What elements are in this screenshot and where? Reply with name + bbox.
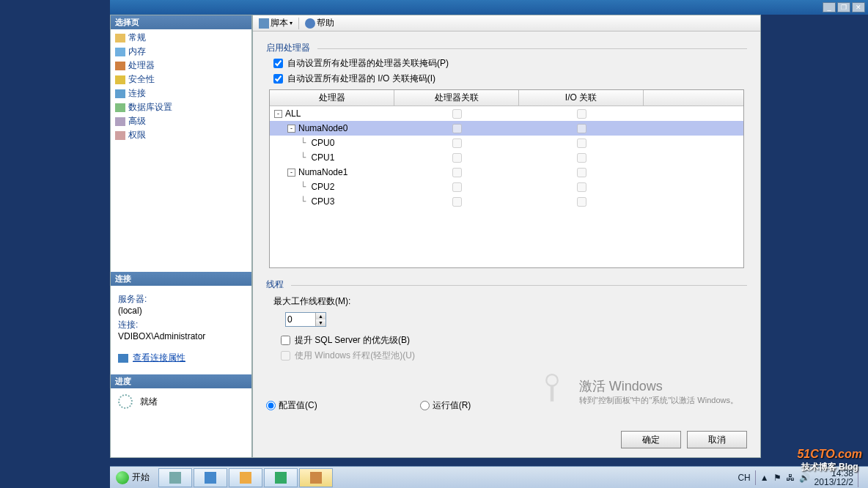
row-label: ALL [285,108,301,119]
tray-flag-icon[interactable]: ⚑ [773,473,781,483]
grid-row[interactable]: └ CPU3 [270,194,743,209]
page-icon [115,89,125,98]
io-affinity-checkbox [577,109,586,119]
use-fibers-label: 使用 Windows 纤程(轻型池)(U) [295,350,415,362]
auto-io-affinity-checkbox[interactable] [273,74,283,84]
page-icon [115,117,125,126]
connection-header: 连接 [111,272,251,286]
spinner-up-icon[interactable]: ▲ [316,313,326,319]
script-button[interactable]: 脚本 ▾ [256,17,295,29]
server-value: (local) [118,306,244,316]
tray-volume-icon[interactable]: 🔊 [799,473,810,483]
sidebar-item-7[interactable]: 权限 [111,128,251,142]
page-icon [115,131,125,140]
processor-affinity-checkbox [452,124,462,133]
processor-affinity-checkbox [452,168,462,177]
task-item-3[interactable] [229,468,262,487]
connection-label: 连接: [118,319,244,331]
running-values-radio[interactable]: 运行值(R) [420,399,471,412]
configured-values-radio[interactable]: 配置值(C) [266,399,317,412]
boost-priority-label: 提升 SQL Server 的优先级(B) [295,334,410,347]
row-label: NumaNode1 [298,167,347,177]
help-button[interactable]: 帮助 [302,17,337,29]
taskbar: 开始 CH ▲ ⚑ 🖧 🔊 14:38 2013/12/2 [110,466,868,488]
tray-icon-1[interactable]: ▲ [760,473,769,483]
sidebar-item-6[interactable]: 高级 [111,114,251,128]
grid-row[interactable]: -NumaNode0 [270,121,743,136]
main-panel: 脚本 ▾ 帮助 启用处理器 自动设置所有处理器的处理器关联掩码(P) 自动设置所… [252,15,761,458]
progress-status: 就绪 [140,396,158,408]
script-dropdown-icon[interactable]: ▾ [290,20,293,26]
svg-rect-1 [551,385,553,402]
page-icon [115,75,125,84]
io-affinity-checkbox [577,182,586,192]
sidebar-item-4[interactable]: 连接 [111,86,251,100]
col-processor-affinity: 处理器关联 [394,90,519,106]
language-indicator[interactable]: CH [738,473,750,483]
task-item-1[interactable] [158,468,192,487]
task-item-5[interactable] [299,468,333,487]
grid-row[interactable]: └ CPU1 [270,150,743,165]
task-item-4[interactable] [264,468,298,487]
grid-row[interactable]: └ CPU2 [270,180,743,194]
grid-row[interactable]: -NumaNode1 [270,165,743,180]
sidebar-item-3[interactable]: 安全性 [111,73,251,86]
row-label: NumaNode0 [298,123,347,133]
view-connection-properties-link[interactable]: 查看连接属性 [118,352,244,364]
processor-affinity-checkbox [452,197,462,207]
io-affinity-checkbox [577,153,586,163]
toolbar: 脚本 ▾ 帮助 [253,15,760,32]
progress-spinner-icon [118,394,133,409]
sidebar-item-1[interactable]: 内存 [111,45,251,59]
tree-toggle-icon[interactable]: - [274,110,282,118]
pages-header: 选择页 [111,15,251,29]
progress-header: 进度 [111,374,251,388]
outer-restore-button[interactable]: ❐ [837,2,850,12]
cancel-button[interactable]: 取消 [687,431,747,448]
row-label: CPU2 [311,182,334,192]
ok-button[interactable]: 确定 [621,431,681,448]
spinner-down-icon[interactable]: ▼ [316,319,326,326]
sidebar: 选择页 常规内存处理器安全性连接数据库设置高级权限 连接 服务器: (local… [110,15,252,458]
auto-processor-affinity-checkbox[interactable] [273,59,283,68]
io-affinity-checkbox [577,124,586,133]
server-label: 服务器: [118,293,244,306]
connection-value: VDIBOX\Administrator [118,331,244,341]
tree-toggle-icon[interactable]: - [287,169,295,177]
task-item-2[interactable] [194,468,227,487]
auto-processor-affinity-label: 自动设置所有处理器的处理器关联掩码(P) [287,57,449,70]
tree-toggle-icon[interactable]: - [287,125,295,133]
outer-close-button[interactable]: ✕ [852,2,865,12]
outer-titlebar: _ ❐ ✕ [110,0,868,15]
io-affinity-checkbox [577,138,586,148]
sidebar-item-2[interactable]: 处理器 [111,59,251,73]
tray-network-icon[interactable]: 🖧 [786,473,795,483]
page-icon [115,34,125,42]
outer-minimize-button[interactable]: _ [823,2,836,12]
blog-watermark: 51CTO.com 技术博客 Blog [797,448,862,473]
processor-grid: 处理器 处理器关联 I/O 关联 -ALL-NumaNode0└ CPU0└ C… [269,89,744,268]
io-affinity-checkbox [577,197,586,207]
max-workers-spinner[interactable]: ▲ ▼ [285,312,326,327]
toolbar-separator [298,18,299,29]
activation-watermark: 激活 Windows 转到"控制面板"中的"系统"以激活 Windows。 [579,377,738,406]
sidebar-item-5[interactable]: 数据库设置 [111,100,251,114]
row-label: CPU1 [311,152,334,163]
grid-row[interactable]: └ CPU0 [270,136,743,150]
boost-priority-checkbox[interactable] [281,336,290,345]
sidebar-item-0[interactable]: 常规 [111,31,251,45]
max-workers-label: 最大工作线程数(M): [273,295,747,308]
io-affinity-checkbox [577,168,586,177]
start-orb-icon [116,471,129,484]
start-button[interactable]: 开始 [110,467,155,488]
page-icon [115,48,125,56]
auto-io-affinity-label: 自动设置所有处理器的 I/O 关联掩码(I) [287,73,435,85]
max-workers-input[interactable] [286,313,315,326]
script-icon [259,18,269,29]
processor-affinity-checkbox [452,138,462,148]
svg-point-0 [546,374,558,386]
help-icon [305,18,315,29]
processor-affinity-checkbox [452,153,462,163]
watermark-icon [542,374,562,403]
grid-row[interactable]: -ALL [270,106,743,121]
